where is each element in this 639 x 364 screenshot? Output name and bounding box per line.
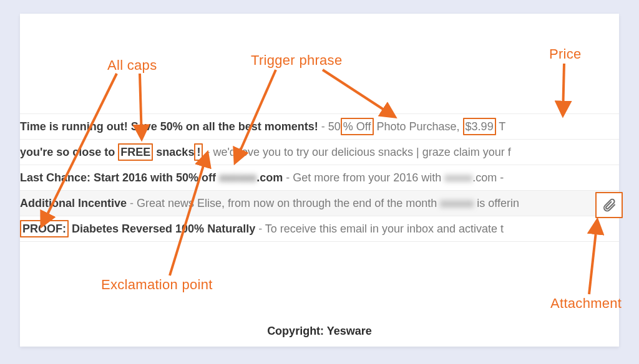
email-preview: Great news Elise, from now on through th…	[137, 197, 519, 209]
highlight-proof: PROOF:	[20, 220, 69, 237]
highlight-exclamation: !	[194, 143, 203, 161]
email-subject: Time is running out! Save 50% on all the…	[20, 120, 318, 133]
email-subject: you're so close to FREE snacks!	[20, 146, 206, 158]
email-preview: we'd love you to try our delicious snack…	[213, 146, 510, 158]
redacted-text: xxxxxx	[219, 165, 256, 190]
highlight-price: $3.99	[463, 118, 496, 135]
email-separator: -	[286, 171, 293, 184]
email-separator: -	[258, 223, 265, 235]
email-separator: -	[206, 146, 213, 158]
annotation-exclamation: Exclamation point	[101, 277, 213, 293]
copyright-text: Copyright: Yesware	[20, 325, 619, 338]
annotation-price: Price	[549, 46, 582, 62]
annotation-attachment: Attachment	[550, 295, 622, 312]
annotation-trigger-phrase: Trigger phrase	[251, 52, 342, 69]
paperclip-icon	[602, 198, 617, 213]
attachment-box	[595, 192, 623, 218]
email-row: Last Chance: Start 2016 with 50% off xxx…	[20, 165, 619, 190]
email-separator: -	[321, 120, 328, 133]
figure-canvas: All caps Trigger phrase Price Exclamatio…	[20, 14, 619, 347]
highlight-percent-off: % Off	[341, 118, 374, 135]
email-subject: PROOF: Diabetes Reversed 100% Naturally	[20, 223, 258, 235]
highlight-free: FREE	[118, 143, 153, 161]
email-preview: 50% Off Photo Purchase, $3.99 T	[328, 120, 506, 133]
redacted-text: xxxxxx	[440, 191, 474, 216]
email-separator: -	[130, 197, 137, 209]
email-preview: Get more from your 2016 with xxxxx.com -	[293, 171, 504, 184]
email-subject: Additional Incentive	[20, 197, 127, 209]
email-subject: Last Chance: Start 2016 with 50% off xxx…	[20, 171, 286, 184]
email-row: Time is running out! Save 50% on all the…	[20, 113, 619, 139]
email-list: Time is running out! Save 50% on all the…	[20, 113, 619, 242]
annotation-all-caps: All caps	[107, 57, 157, 74]
email-row: you're so close to FREE snacks! - we'd l…	[20, 139, 619, 165]
redacted-text: xxxxx	[444, 165, 472, 190]
email-row: PROOF: Diabetes Reversed 100% Naturally …	[20, 216, 619, 242]
email-preview: To receive this email in your inbox and …	[265, 223, 504, 235]
email-row: Additional Incentive - Great news Elise,…	[20, 190, 619, 216]
